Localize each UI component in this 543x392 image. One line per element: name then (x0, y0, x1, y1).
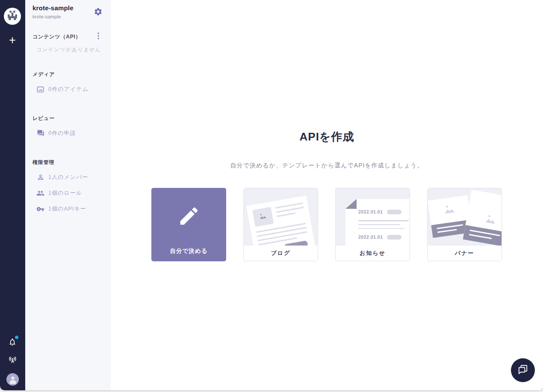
card-label: お知らせ (336, 246, 410, 261)
news-date-2: 2022.01.01 (358, 234, 383, 240)
kebab-icon (97, 32, 99, 41)
pencil-icon (177, 205, 201, 229)
media-item-label: 0件のアイテム (48, 85, 89, 93)
card-label: バナー (428, 246, 502, 261)
card-label: ブログ (244, 246, 318, 261)
folded-corner-icon (345, 199, 357, 211)
card-template-banner[interactable]: バナー (427, 188, 502, 261)
account-avatar[interactable] (6, 373, 19, 386)
roles-item-label: 1個のロール (48, 189, 82, 197)
image-placeholder-icon (441, 202, 457, 218)
card-template-blog[interactable]: ブログ (243, 188, 318, 261)
sidebar-item-api-keys[interactable]: 1個のAPIキー (36, 204, 86, 214)
content-api-menu-button[interactable] (94, 32, 102, 41)
bell-icon (8, 338, 17, 348)
key-icon (36, 205, 44, 213)
people-icon (36, 189, 44, 197)
support-chat-button[interactable] (511, 358, 535, 382)
plus-icon: + (9, 34, 16, 47)
service-rail: + (0, 0, 25, 390)
notifications-button[interactable] (3, 336, 21, 349)
card-label: 自分で決める (151, 247, 226, 255)
card-create-custom[interactable]: 自分で決める (151, 188, 226, 261)
page-title: APIを作成 (111, 129, 543, 144)
workspace-subtitle: krote-sample (32, 14, 61, 19)
gear-icon (94, 7, 103, 18)
api-template-cards: 自分で決める (151, 188, 502, 261)
workspace-title: krote-sample (32, 4, 74, 12)
content-empty-message: コンテンツがありません (36, 46, 101, 53)
main-content: APIを作成 自分で決めるか、テンプレートから選んでAPIを作成しましょう。 自… (111, 0, 543, 390)
image-icon (36, 85, 44, 94)
news-illustration: 2022.01.01 2022.01.01 (336, 188, 410, 246)
review-item-label: 0件の申請 (48, 129, 76, 137)
sidebar-item-media[interactable]: 0件のアイテム (36, 85, 89, 94)
notification-dot (15, 336, 18, 339)
workspace-settings-button[interactable] (93, 7, 103, 18)
app-window: + (0, 0, 543, 390)
api-keys-item-label: 1個のAPIキー (48, 205, 86, 213)
content-api-section-label: コンテンツ（API） (32, 33, 81, 41)
sidebar: krote-sample krote-sample コンテンツ（API） コンテ… (25, 0, 111, 390)
add-service-button[interactable]: + (3, 32, 21, 48)
image-placeholder-icon (482, 212, 499, 228)
chat-bubbles-icon (517, 363, 529, 377)
media-section-label: メディア (32, 71, 55, 78)
broadcast-antenna-icon (8, 355, 17, 366)
person-avatar-icon (8, 375, 18, 386)
announcements-button[interactable] (3, 354, 21, 367)
page-subtitle: 自分で決めるか、テンプレートから選んでAPIを作成しましょう。 (111, 162, 543, 170)
sidebar-item-review[interactable]: 0件の申請 (36, 129, 76, 138)
members-item-label: 1人のメンバー (48, 173, 88, 181)
sidebar-item-roles[interactable]: 1個のロール (36, 188, 82, 198)
workspace-avatar[interactable] (4, 8, 21, 25)
blog-illustration (244, 188, 318, 246)
banner-illustration (428, 188, 502, 246)
workspace-identicon-icon (7, 10, 18, 23)
permission-section-label: 権限管理 (32, 159, 54, 166)
image-placeholder-icon (257, 210, 269, 224)
news-date-1: 2022.01.01 (358, 209, 383, 214)
review-section-label: レビュー (32, 115, 55, 122)
card-template-news[interactable]: 2022.01.01 2022.01.01 (335, 188, 410, 261)
sidebar-item-members[interactable]: 1人のメンバー (36, 173, 88, 182)
forum-icon (36, 129, 44, 137)
person-icon (36, 173, 44, 181)
